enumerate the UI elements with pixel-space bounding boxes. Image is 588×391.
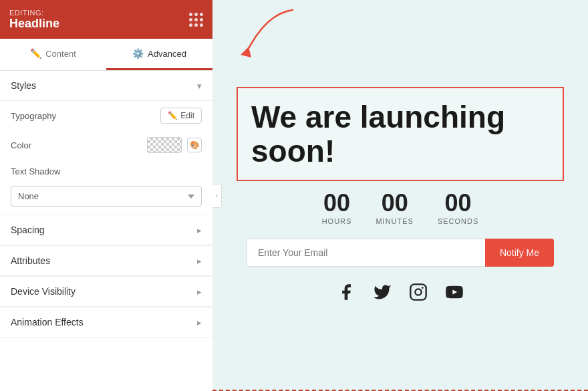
instagram-icon[interactable] <box>406 280 430 304</box>
attributes-section: Attributes ▸ <box>0 245 212 276</box>
tabs-bar: ✏️ Content ⚙️ Advanced <box>0 39 212 71</box>
device-visibility-chevron-icon: ▸ <box>197 287 202 297</box>
device-visibility-title: Device Visibility <box>11 286 76 297</box>
shadow-select-wrapper: None Light Medium Dark <box>0 183 212 215</box>
typography-label: Typography <box>11 111 56 121</box>
countdown-row: 00 HOURS 00 MINUTES 00 SECONDS <box>322 189 479 225</box>
animation-effects-section-header[interactable]: Animation Effects ▸ <box>0 307 212 338</box>
color-controls: 🎨 <box>147 137 202 153</box>
svg-rect-1 <box>410 284 426 299</box>
pencil-small-icon: ✏️ <box>168 111 178 120</box>
editing-title: Headline <box>9 17 59 30</box>
text-shadow-label: Text Shadow <box>11 166 60 176</box>
facebook-icon[interactable] <box>334 280 358 304</box>
spacing-title: Spacing <box>11 225 45 235</box>
spacing-section-header[interactable]: Spacing ▸ <box>0 215 212 245</box>
color-label: Color <box>11 140 31 150</box>
headline-text: We are launching soon! <box>251 100 549 168</box>
countdown-hours: 00 HOURS <box>322 189 352 225</box>
spacing-chevron-icon: ▸ <box>197 225 202 235</box>
panel-content: Styles ▾ Typography ✏️ Edit Color 🎨 Text… <box>0 71 212 391</box>
headline-box: We are launching soon! <box>237 87 564 181</box>
social-row <box>334 280 466 304</box>
styles-section-header[interactable]: Styles ▾ <box>0 71 212 101</box>
svg-point-3 <box>422 287 424 289</box>
animation-effects-chevron-icon: ▸ <box>197 317 202 328</box>
countdown-seconds: 00 SECONDS <box>438 189 478 225</box>
hours-value: 00 <box>322 189 352 217</box>
editing-header: Editing: Headline <box>0 0 212 39</box>
hours-label: HOURS <box>322 217 352 225</box>
typography-edit-button[interactable]: ✏️ Edit <box>160 108 202 124</box>
attributes-section-header[interactable]: Attributes ▸ <box>0 246 212 276</box>
panel-collapse-handle[interactable]: ‹ <box>212 184 222 208</box>
svg-point-2 <box>415 289 421 295</box>
color-row: Color 🎨 <box>0 130 212 160</box>
arrow-annotation <box>233 7 313 70</box>
tab-content-label: Content <box>45 49 76 59</box>
minutes-label: MINUTES <box>376 217 414 225</box>
spacing-section: Spacing ▸ <box>0 215 212 245</box>
minutes-value: 00 <box>376 189 414 217</box>
left-panel: Editing: Headline ✏️ Content ⚙️ Advanced… <box>0 0 212 391</box>
seconds-label: SECONDS <box>438 217 478 225</box>
twitter-icon[interactable] <box>370 280 394 304</box>
styles-section-title: Styles <box>11 80 36 91</box>
attributes-chevron-icon: ▸ <box>197 256 202 266</box>
preview-container: We are launching soon! 00 HOURS 00 MINUT… <box>233 87 567 304</box>
email-input[interactable] <box>247 239 485 267</box>
typography-row: Typography ✏️ Edit <box>0 101 212 130</box>
pencil-icon: ✏️ <box>30 48 41 59</box>
editing-info: Editing: Headline <box>9 9 59 31</box>
youtube-icon[interactable] <box>442 280 466 304</box>
tab-content[interactable]: ✏️ Content <box>0 39 106 70</box>
text-shadow-select[interactable]: None Light Medium Dark <box>11 186 202 207</box>
device-visibility-section: Device Visibility ▸ <box>0 276 212 307</box>
animation-effects-title: Animation Effects <box>11 317 84 328</box>
drag-handle-icon[interactable] <box>189 13 203 27</box>
color-swatch[interactable] <box>147 137 182 153</box>
text-shadow-row: Text Shadow <box>0 160 212 183</box>
countdown-minutes: 00 MINUTES <box>376 189 414 225</box>
seconds-value: 00 <box>438 189 478 217</box>
tab-advanced[interactable]: ⚙️ Advanced <box>106 39 212 70</box>
notify-me-button[interactable]: Notify Me <box>485 239 554 267</box>
attributes-title: Attributes <box>11 255 50 266</box>
tab-advanced-label: Advanced <box>148 49 186 59</box>
animation-effects-section: Animation Effects ▸ <box>0 307 212 338</box>
main-preview-area: ‹ We are launching soon! 00 HOURS 00 MIN… <box>212 0 588 391</box>
styles-chevron-icon: ▾ <box>197 81 202 91</box>
email-row: Notify Me <box>247 239 554 267</box>
svg-marker-0 <box>241 47 251 57</box>
editing-label: Editing: <box>9 9 59 17</box>
eyedropper-icon[interactable]: 🎨 <box>187 138 202 152</box>
device-visibility-section-header[interactable]: Device Visibility ▸ <box>0 277 212 307</box>
gear-icon: ⚙️ <box>132 48 144 59</box>
typography-edit-label: Edit <box>180 111 194 120</box>
